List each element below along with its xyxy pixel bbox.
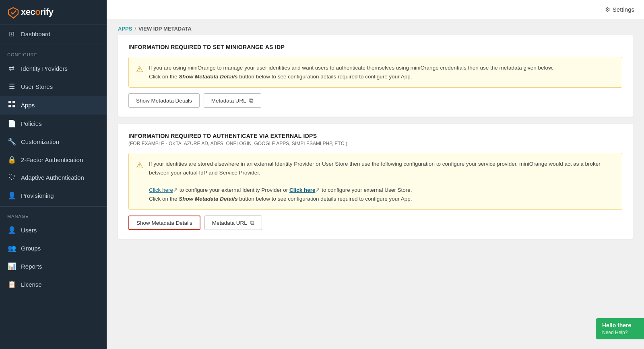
click-here-link-1[interactable]: Click here xyxy=(149,187,173,193)
sidebar-item-dashboard[interactable]: ⊞ Dashboard xyxy=(0,25,107,43)
sidebar-item-label: Apps xyxy=(21,102,35,109)
sidebar-item-2fa[interactable]: 🔒 2-Factor Authentication xyxy=(0,151,107,169)
settings-button[interactable]: ⚙ Settings xyxy=(605,6,634,13)
logo-icon xyxy=(7,6,19,19)
configure-section-label: Configure xyxy=(0,47,107,60)
svg-rect-1 xyxy=(8,101,11,103)
manage-section-label: Manage xyxy=(0,208,107,221)
sidebar-item-reports[interactable]: 📊 Reports xyxy=(0,257,107,275)
sidebar-item-policies[interactable]: 📄 Policies xyxy=(0,115,107,133)
sidebar-item-label: Customization xyxy=(21,138,59,145)
gear-icon: ⚙ xyxy=(605,6,610,13)
policies-icon: 📄 xyxy=(7,119,16,128)
metadata-url-label-1: Metadata URL xyxy=(211,98,246,104)
breadcrumb-apps-link[interactable]: APPS xyxy=(118,26,132,32)
section2-info-box: ⚠ If your identities are stored elsewher… xyxy=(128,153,622,210)
sidebar-item-label: Adaptive Authentication xyxy=(21,174,84,181)
provisioning-icon: 👤 xyxy=(7,191,16,200)
sidebar-item-user-stores[interactable]: ☰ User Stores xyxy=(0,78,107,96)
reports-icon: 📊 xyxy=(7,262,16,271)
sidebar-item-label: Dashboard xyxy=(21,31,50,37)
identity-providers-icon: ⇄ xyxy=(7,64,16,73)
section-card-miniorange-idp: INFORMATION REQUIRED TO SET MINIORANGE A… xyxy=(118,35,633,117)
logo: xecorify xyxy=(0,0,107,25)
adaptive-auth-icon: 🛡 xyxy=(7,174,16,182)
svg-rect-3 xyxy=(8,105,11,107)
sidebar-item-label: Policies xyxy=(21,120,42,127)
section1-info-line2-suffix: button below to see configuration detail… xyxy=(238,74,412,80)
sidebar: xecorify ⊞ Dashboard Configure ⇄ Identit… xyxy=(0,0,107,349)
users-icon: 👤 xyxy=(7,226,16,234)
sidebar-item-label: Identity Providers xyxy=(21,65,68,72)
sidebar-item-label: Users xyxy=(21,227,37,234)
section2-info-line2-suffix: button below to see configuration detail… xyxy=(238,196,412,202)
show-metadata-details-btn-1[interactable]: Show Metadata Details xyxy=(128,93,200,108)
sidebar-item-label: Groups xyxy=(21,245,41,252)
show-metadata-details-btn-2[interactable]: Show Metadata Details xyxy=(128,216,200,230)
metadata-url-label-2: Metadata URL xyxy=(212,220,247,226)
sidebar-item-label: 2-Factor Authentication xyxy=(21,156,83,163)
sidebar-item-label: Reports xyxy=(21,263,42,270)
license-icon: 📋 xyxy=(7,280,16,289)
click-here-link-2[interactable]: Click here xyxy=(289,187,316,193)
section2-info-mid2: to configure your external User Store. xyxy=(322,187,412,193)
svg-rect-2 xyxy=(12,101,15,103)
section2-title: INFORMATION REQUIRED TO AUTHENTICATE VIA… xyxy=(128,133,622,139)
customization-icon: 🔧 xyxy=(7,138,16,146)
section2-btn-row: Show Metadata Details Metadata URL ⧉ xyxy=(128,216,622,230)
apps-icon xyxy=(7,101,16,110)
sidebar-item-customization[interactable]: 🔧 Customization xyxy=(0,133,107,151)
copy-icon-2: ⧉ xyxy=(250,219,254,226)
section1-title: INFORMATION REQUIRED TO SET MINIORANGE A… xyxy=(128,44,622,50)
topbar: ⚙ Settings xyxy=(107,0,644,19)
sidebar-item-apps[interactable]: Apps xyxy=(0,96,107,115)
section1-info-text: If you are using miniOrange to manage yo… xyxy=(149,64,553,81)
warning-icon-2: ⚠ xyxy=(136,160,143,170)
breadcrumb-current: VIEW IDP METADATA xyxy=(138,26,192,32)
sidebar-item-label: License xyxy=(21,281,42,288)
sidebar-item-adaptive-auth[interactable]: 🛡 Adaptive Authentication xyxy=(0,169,107,187)
sidebar-item-provisioning[interactable]: 👤 Provisioning xyxy=(0,187,107,205)
warning-icon: ⚠ xyxy=(136,64,143,74)
sidebar-item-identity-providers[interactable]: ⇄ Identity Providers xyxy=(0,60,107,78)
dashboard-icon: ⊞ xyxy=(7,30,16,38)
section1-info-line2-prefix: Click on the xyxy=(149,74,179,80)
sidebar-item-label: User Stores xyxy=(21,83,53,90)
groups-icon: 👥 xyxy=(7,244,16,253)
chat-hello: Hello there xyxy=(602,322,638,328)
section1-italic: Show Metadata Details xyxy=(179,74,237,80)
svg-rect-4 xyxy=(12,105,15,107)
section1-btn-row: Show Metadata Details Metadata URL ⧉ xyxy=(128,93,622,108)
breadcrumb: APPS / VIEW IDP METADATA xyxy=(107,19,644,35)
section2-info-line1: If your identities are stored elsewhere … xyxy=(149,161,601,176)
sidebar-item-label: Provisioning xyxy=(21,192,54,199)
breadcrumb-separator: / xyxy=(134,26,136,32)
section2-subtitle: (FOR EXAMPLE - OKTA, AZURE AD, ADFS, ONE… xyxy=(128,141,622,146)
2fa-icon: 🔒 xyxy=(7,156,16,164)
section2-info-mid1: to configure your external Identity Prov… xyxy=(180,187,289,193)
chat-help: Need Help? xyxy=(602,330,638,335)
section-card-external-idps: INFORMATION REQUIRED TO AUTHENTICATE VIA… xyxy=(118,124,633,239)
section2-italic: Show Metadata Details xyxy=(179,196,237,202)
chat-bubble[interactable]: Hello there Need Help? xyxy=(596,318,644,339)
sidebar-item-groups[interactable]: 👥 Groups xyxy=(0,239,107,257)
main-content: ⚙ Settings APPS / VIEW IDP METADATA INFO… xyxy=(107,0,644,349)
content-area: APPS / VIEW IDP METADATA INFORMATION REQ… xyxy=(107,19,644,349)
settings-label: Settings xyxy=(613,6,634,13)
sidebar-item-license[interactable]: 📋 License xyxy=(0,275,107,294)
section1-info-box: ⚠ If you are using miniOrange to manage … xyxy=(128,57,622,88)
section1-info-line1: If you are using miniOrange to manage yo… xyxy=(149,65,553,71)
metadata-url-btn-2[interactable]: Metadata URL ⧉ xyxy=(204,216,262,230)
copy-icon-1: ⧉ xyxy=(249,97,254,104)
logo-text: xecorify xyxy=(21,7,53,17)
metadata-url-btn-1[interactable]: Metadata URL ⧉ xyxy=(204,93,261,108)
section2-info-text: If your identities are stored elsewhere … xyxy=(149,160,615,203)
user-stores-icon: ☰ xyxy=(7,82,16,91)
section2-info-line2-prefix: Click on the xyxy=(149,196,179,202)
sidebar-item-users[interactable]: 👤 Users xyxy=(0,221,107,239)
